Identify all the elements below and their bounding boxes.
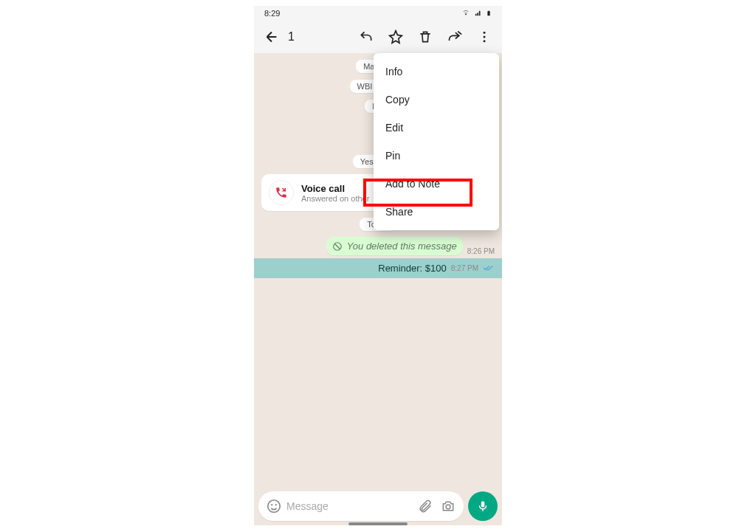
battery-icon bbox=[486, 9, 492, 18]
delete-button[interactable] bbox=[410, 22, 440, 52]
svg-point-0 bbox=[484, 32, 486, 34]
more-button[interactable] bbox=[470, 22, 499, 52]
selected-message-row[interactable]: Reminder: $100 8:27 PM bbox=[254, 258, 502, 278]
camera-icon[interactable] bbox=[440, 499, 456, 514]
svg-point-2 bbox=[484, 40, 486, 42]
input-bar: Message bbox=[258, 491, 498, 521]
emoji-icon[interactable] bbox=[266, 498, 282, 514]
deleted-message-time: 8:26 PM bbox=[467, 247, 495, 255]
svg-point-6 bbox=[271, 504, 272, 505]
call-title: Voice call bbox=[301, 183, 369, 194]
svg-point-7 bbox=[275, 504, 277, 505]
svg-point-8 bbox=[446, 505, 450, 509]
selected-message-text: Reminder: $100 bbox=[378, 261, 447, 275]
selection-count: 1 bbox=[288, 30, 295, 44]
back-button[interactable] bbox=[257, 22, 286, 52]
call-missed-icon bbox=[269, 180, 294, 205]
wifi-icon bbox=[461, 10, 471, 17]
context-menu: Info Copy Edit Pin Add to Note Share bbox=[374, 53, 499, 230]
call-subtitle: Answered on other bbox=[301, 194, 369, 203]
mic-button[interactable] bbox=[468, 491, 498, 521]
menu-add-to-note[interactable]: Add to Note bbox=[374, 170, 499, 198]
selected-message-time: 8:27 PM bbox=[451, 264, 478, 272]
status-bar: 8:29 bbox=[254, 6, 502, 21]
menu-share[interactable]: Share bbox=[374, 198, 499, 226]
read-ticks-icon bbox=[483, 264, 495, 273]
forward-button[interactable] bbox=[440, 22, 470, 52]
svg-line-4 bbox=[334, 243, 340, 249]
svg-point-1 bbox=[484, 36, 486, 38]
phone-frame: 8:29 1 bbox=[254, 6, 502, 525]
deleted-message-text: You deleted this message bbox=[347, 241, 457, 252]
reply-button[interactable] bbox=[351, 22, 381, 52]
deleted-message-row: You deleted this message 8:26 PM bbox=[254, 237, 502, 255]
menu-pin[interactable]: Pin bbox=[374, 142, 499, 170]
menu-info[interactable]: Info bbox=[374, 58, 499, 86]
nav-handle bbox=[348, 522, 408, 525]
status-time: 8:29 bbox=[264, 9, 280, 18]
attach-icon[interactable] bbox=[418, 499, 433, 514]
signal-icon bbox=[474, 10, 483, 17]
menu-edit[interactable]: Edit bbox=[374, 114, 499, 142]
message-input[interactable]: Message bbox=[258, 491, 464, 521]
star-button[interactable] bbox=[381, 22, 410, 52]
blocked-icon bbox=[332, 241, 343, 252]
menu-copy[interactable]: Copy bbox=[374, 86, 499, 114]
message-placeholder: Message bbox=[286, 500, 418, 512]
svg-point-5 bbox=[268, 500, 281, 513]
selection-toolbar: 1 bbox=[254, 21, 502, 53]
